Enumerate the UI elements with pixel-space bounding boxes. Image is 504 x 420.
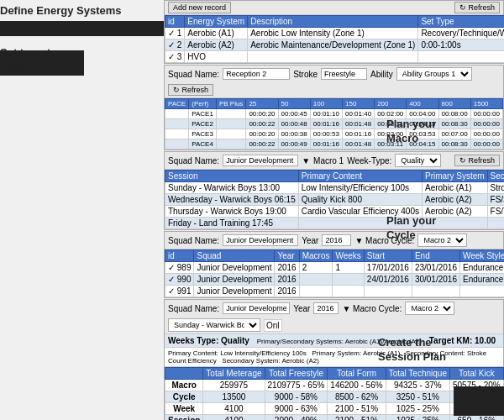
cycle-row[interactable]: ✓ 989 Junior Development 2016 2 1 17/01/… <box>165 262 505 274</box>
squad-label-3: Squad Name: <box>168 236 219 245</box>
table-row[interactable]: ✓ 3 HVO PACE <box>165 51 505 63</box>
pace-row[interactable]: PACE1 00:00:2000:00:4500:01:10 00:01:400… <box>165 109 503 119</box>
year-label-4: Year <box>293 304 310 313</box>
cycles-section: Squad Name: Year ▼ Macro Cycle: Macro 2 … <box>164 231 504 298</box>
col-primary-system: Primary System <box>423 171 488 182</box>
onl-label: Onl <box>264 319 282 332</box>
cycle-row[interactable]: ✓ 990 Junior Development 2016 24/01/2016… <box>165 274 505 286</box>
refresh-energy-btn[interactable]: ↻ Refresh <box>454 2 500 13</box>
sessions-form-row: Squad Name: ▼ Macro 1 Week-Type: Quality… <box>165 152 503 170</box>
stroke-label: Stroke <box>293 70 318 79</box>
pace-row[interactable]: PACE4 00:00:2200:00:4900:01:16 00:01:480… <box>165 139 503 150</box>
col-pace: PACE <box>165 99 189 109</box>
energy-systems-section: Add new record ↻ Refresh id Energy Syste… <box>164 0 504 64</box>
week-type-label: Week-Type: <box>347 156 391 165</box>
weeks-info: Weeks Type: Quality Primary/Secondary Sy… <box>165 334 503 348</box>
session-filter-select[interactable]: Sunday - Warwick Boys 13:00 <box>168 318 260 332</box>
sessions-table: Session Primary Content Primary System S… <box>165 170 504 229</box>
col-100: 100 <box>310 99 342 109</box>
macro-cycle-4-select[interactable]: Macro 2 <box>405 302 454 315</box>
squad-form-row: Squad Name: Stroke Ability Ability Group… <box>165 66 503 98</box>
col-800: 800 <box>438 99 470 109</box>
col-year: Year <box>275 250 299 262</box>
squad-label-4: Squad Name: <box>168 304 219 313</box>
col-session: Session <box>165 171 299 182</box>
macro-2-label: Macro 1 <box>313 156 344 165</box>
col-weeks: Weeks <box>333 250 364 262</box>
week-type-select[interactable]: Quality <box>395 154 441 167</box>
col-start: Start <box>364 250 412 262</box>
stats-row-session: Session 4100 2000 - 49% 2100 - 51% 1025 … <box>165 415 504 421</box>
col-set-type: Set Type <box>418 16 504 28</box>
cycles-table: id Squad Year Macros Weeks Start End Wee… <box>165 249 504 297</box>
primary-content-info: Primary Content: Low Intensity/Efficienc… <box>165 348 503 367</box>
cycles-form-row: Squad Name: Year ▼ Macro Cycle: Macro 2 <box>165 232 503 249</box>
col-total-technique: Total Technique <box>386 368 449 380</box>
add-new-energy-btn[interactable]: Add new record <box>168 2 231 13</box>
macro-cycle-label-4: ▼ Macro Cycle: <box>342 304 402 313</box>
plan-cycle-annotation: Plan yourCycle <box>386 214 436 243</box>
energy-table: id Energy System Description Set Type Ef… <box>165 15 504 63</box>
col-primary-content: Primary Content <box>298 171 422 182</box>
col-total-meterage: Total Meterage <box>203 368 265 380</box>
session-row[interactable]: Wednesday - Warwick Boys 06:15 Quality K… <box>165 194 505 206</box>
cycle-row[interactable]: ✓ 991 Junior Development 2016 Aerobic (A… <box>165 286 505 297</box>
refresh-sessions-btn[interactable]: ↻ Refresh <box>454 155 500 166</box>
session-row[interactable]: Thursday - Warwick Boys 19:00 Cardio Vas… <box>165 206 505 218</box>
col-400: 400 <box>407 99 438 109</box>
stroke-input[interactable] <box>321 68 367 80</box>
year-label: Year <box>302 236 318 245</box>
ability-label: Ability <box>370 70 393 79</box>
set-target-annotation: Set targettimes <box>0 46 50 75</box>
table-row[interactable]: ✓ 2 Aerobic (A2) Aerobic Maintenance/Dev… <box>165 39 505 51</box>
col-week-style: Week Style <box>459 250 504 262</box>
col-squad: Squad <box>194 250 275 262</box>
squad-label-2: Squad Name: <box>168 156 219 165</box>
redacted-3 <box>454 386 504 416</box>
col-25: 25 <box>246 99 278 109</box>
col-1500: 1500 <box>470 99 502 109</box>
pace-section: Squad Name: Stroke Ability Ability Group… <box>164 65 504 150</box>
energy-toolbar: Add new record ↻ Refresh <box>165 1 503 15</box>
year-input[interactable] <box>322 234 351 246</box>
col-description: Description <box>248 16 418 28</box>
col-150: 150 <box>342 99 374 109</box>
session-plan-form-row: Squad Name: Year ▼ Macro Cycle: Macro 2 … <box>165 300 503 334</box>
col-200: 200 <box>375 99 407 109</box>
col-id: id <box>165 16 185 28</box>
col-total-kick: Total Kick <box>449 368 503 380</box>
col-total-freestyle: Total Freestyle <box>265 368 328 380</box>
squad-name-2-input[interactable] <box>223 155 298 166</box>
stats-row-macro: Macro 259975 2109775 - 65% 146200 - 56% … <box>165 380 504 391</box>
session-row[interactable]: Sunday - Warwick Boys 13:00 Low Intensit… <box>165 182 505 194</box>
col-perf: (Perf) <box>189 99 217 109</box>
stats-row-cycle: Cycle 13500 9000 - 58% 8500 - 62% 3250 -… <box>165 391 504 403</box>
squad-name-3-input[interactable] <box>223 234 298 246</box>
refresh-pace-btn[interactable]: ↻ Refresh <box>168 84 213 96</box>
pace-row[interactable]: PACE2 00:00:2200:00:4800:01:16 00:01:480… <box>165 119 503 129</box>
define-annotation: Define Energy Systems <box>0 4 122 18</box>
squad-name-4-input[interactable] <box>223 302 290 314</box>
table-row[interactable]: ✓ 1 Aerobic (A1) Aerobic Low Intensity (… <box>165 28 505 39</box>
col-pb-plus: PB Plus <box>216 99 246 109</box>
pace-table: PACE (Perf) PB Plus 25 50 100 150 200 40… <box>165 98 503 150</box>
plan-macro-annotation: Plan yourMacro <box>386 118 436 146</box>
col-level <box>165 368 203 380</box>
col-energy-system: Energy System <box>185 16 248 28</box>
col-secondary-content: Secondary Content <box>487 171 504 182</box>
pace-row[interactable]: PACE3 00:00:2000:00:3800:00:53 00:01:160… <box>165 129 503 139</box>
stats-row-week: Week 4100 9000 - 63% 2100 - 51% 1025 - 2… <box>165 403 504 415</box>
col-50: 50 <box>278 99 310 109</box>
session-row[interactable]: Friday - Land Training 17:45 <box>165 218 505 229</box>
squad-name-input[interactable] <box>223 68 290 80</box>
squad-label: Squad Name: <box>168 70 219 79</box>
col-total-form: Total Form <box>328 368 386 380</box>
year-4-input[interactable] <box>313 302 339 314</box>
ability-select[interactable]: Ability Groups 1 <box>396 67 472 81</box>
col-macros: Macros <box>299 250 333 262</box>
macro-label: ▼ <box>302 156 310 165</box>
create-session-annotation: Create theSession Plan <box>378 336 446 365</box>
col-end: End <box>412 250 459 262</box>
sessions-section: Squad Name: ▼ Macro 1 Week-Type: Quality… <box>164 151 504 230</box>
col-id-c: id <box>165 250 194 262</box>
